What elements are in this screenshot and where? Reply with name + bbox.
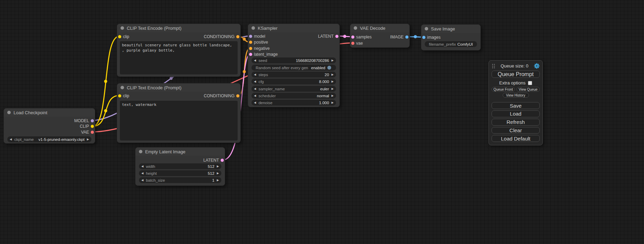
widget-label: filename_prefix bbox=[429, 42, 456, 46]
output-slot-image[interactable] bbox=[405, 36, 408, 39]
node-ksampler[interactable]: KSampler model LATENT positive negative … bbox=[248, 24, 340, 107]
widget-value: 512 bbox=[208, 171, 214, 175]
extra-options-checkbox[interactable] bbox=[528, 81, 532, 85]
collapse-dot-icon[interactable] bbox=[121, 86, 124, 89]
output-slot-clip[interactable] bbox=[91, 125, 94, 128]
widget-label: sampler_name bbox=[258, 87, 285, 91]
view-history-button[interactable]: View History bbox=[503, 93, 529, 98]
collapse-dot-icon[interactable] bbox=[252, 26, 255, 30]
collapse-dot-icon[interactable] bbox=[7, 111, 11, 114]
prompt-textarea[interactable]: beautiful scenery nature glass bottle la… bbox=[120, 41, 238, 74]
decrement-arrow-icon[interactable] bbox=[252, 88, 258, 90]
node-titlebar[interactable]: Save Image bbox=[421, 25, 480, 33]
increment-arrow-icon[interactable] bbox=[329, 73, 336, 76]
input-label-images: images bbox=[427, 35, 441, 40]
node-clip-text-encode-positive[interactable]: CLIP Text Encode (Prompt) clip CONDITION… bbox=[117, 24, 241, 77]
widget-value: 156680208700286 bbox=[296, 58, 329, 63]
decrement-arrow-icon[interactable] bbox=[252, 73, 258, 76]
node-clip-text-encode-negative[interactable]: CLIP Text Encode (Prompt) clip CONDITION… bbox=[117, 83, 241, 143]
queue-front-button[interactable]: Queue Front bbox=[492, 87, 515, 92]
decrement-arrow-icon[interactable] bbox=[139, 172, 146, 175]
wire-midpoint-dot bbox=[343, 35, 346, 38]
widget-seed[interactable]: seed 156680208700286 bbox=[252, 57, 336, 63]
output-slot-conditioning[interactable] bbox=[236, 35, 239, 38]
widget-denoise[interactable]: denoise 1.000 bbox=[252, 100, 336, 106]
increment-arrow-icon[interactable] bbox=[329, 88, 336, 90]
output-slot-model[interactable] bbox=[91, 119, 94, 123]
drag-handle-icon[interactable] bbox=[492, 63, 495, 69]
increment-arrow-icon[interactable] bbox=[329, 101, 336, 104]
clear-button[interactable]: Clear bbox=[492, 127, 540, 134]
input-label-vae: vae bbox=[356, 41, 363, 46]
input-slot-positive[interactable] bbox=[249, 41, 252, 44]
widget-ckpt-name[interactable]: ckpt_name v1-5-pruned-emaonly.ckpt bbox=[7, 136, 91, 142]
prompt-textarea[interactable]: text, watermark bbox=[120, 101, 238, 141]
widget-width[interactable]: width 512 bbox=[139, 163, 221, 169]
decrement-arrow-icon[interactable] bbox=[252, 94, 258, 97]
widget-random-seed[interactable]: Random seed after every gen enabled bbox=[252, 65, 336, 71]
decrement-arrow-icon[interactable] bbox=[139, 165, 146, 168]
output-slot-latent[interactable] bbox=[335, 35, 338, 38]
widget-label: scheduler bbox=[258, 94, 276, 98]
slot-row-latent-image: latent_image bbox=[248, 52, 339, 57]
collapse-dot-icon[interactable] bbox=[121, 26, 124, 30]
widget-label: Random seed after every gen bbox=[256, 66, 308, 70]
menu-header: Queue size: 0 bbox=[492, 63, 540, 69]
node-titlebar[interactable]: VAE Decode bbox=[350, 24, 409, 32]
widget-value: 8.000 bbox=[319, 80, 329, 84]
collapse-dot-icon[interactable] bbox=[425, 27, 428, 30]
input-slot-clip[interactable] bbox=[118, 35, 121, 38]
node-save-image[interactable]: Save Image images filename_prefix ComfyU… bbox=[421, 24, 481, 51]
widget-batch-size[interactable]: batch_size 1 bbox=[139, 177, 221, 183]
output-slot-vae[interactable] bbox=[91, 131, 94, 134]
decrement-arrow-icon[interactable] bbox=[252, 59, 258, 62]
input-slot-model[interactable] bbox=[249, 35, 252, 38]
increment-arrow-icon[interactable] bbox=[329, 94, 336, 97]
increment-arrow-icon[interactable] bbox=[85, 138, 91, 141]
increment-arrow-icon[interactable] bbox=[214, 179, 221, 182]
queue-prompt-button[interactable]: Queue Prompt bbox=[492, 71, 540, 78]
increment-arrow-icon[interactable] bbox=[329, 80, 336, 83]
settings-gear-icon[interactable] bbox=[534, 63, 540, 69]
decrement-arrow-icon[interactable] bbox=[7, 138, 14, 141]
decrement-arrow-icon[interactable] bbox=[139, 179, 146, 182]
node-titlebar[interactable]: CLIP Text Encode (Prompt) bbox=[117, 83, 240, 92]
view-queue-button[interactable]: View Queue bbox=[517, 87, 540, 92]
node-vae-decode[interactable]: VAE Decode samples IMAGE vae bbox=[350, 24, 410, 48]
widget-scheduler[interactable]: scheduler normal bbox=[252, 93, 336, 99]
input-slot-vae[interactable] bbox=[351, 42, 354, 45]
input-slot-samples[interactable] bbox=[351, 36, 354, 39]
collapse-dot-icon[interactable] bbox=[354, 26, 357, 30]
widget-height[interactable]: height 512 bbox=[139, 170, 221, 176]
load-button[interactable]: Load bbox=[492, 110, 540, 117]
widget-filename-prefix[interactable]: filename_prefix ComfyUI bbox=[425, 41, 477, 47]
node-empty-latent-image[interactable]: Empty Latent Image LATENT width 512 heig… bbox=[135, 147, 225, 186]
widget-steps[interactable]: steps 20 bbox=[252, 72, 336, 78]
node-titlebar[interactable]: CLIP Text Encode (Prompt) bbox=[117, 24, 240, 32]
output-slot-latent[interactable] bbox=[221, 159, 224, 162]
widget-sampler-name[interactable]: sampler_name euler bbox=[252, 86, 336, 92]
increment-arrow-icon[interactable] bbox=[214, 165, 221, 168]
decrement-arrow-icon[interactable] bbox=[252, 80, 258, 83]
input-slot-negative[interactable] bbox=[249, 47, 252, 50]
input-slot-latent-image[interactable] bbox=[249, 53, 252, 56]
queue-menu-panel: Queue size: 0 Queue Prompt Extra options… bbox=[488, 60, 543, 145]
node-titlebar[interactable]: Load Checkpoint bbox=[4, 108, 95, 117]
node-load-checkpoint[interactable]: Load Checkpoint MODEL CLIP VAE ckpt_name… bbox=[3, 108, 95, 144]
node-titlebar[interactable]: KSampler bbox=[248, 24, 339, 32]
queue-buttons-row: Queue Front View Queue bbox=[492, 87, 540, 92]
toggle-dot-icon[interactable] bbox=[327, 66, 331, 70]
output-slot-conditioning[interactable] bbox=[236, 94, 239, 98]
increment-arrow-icon[interactable] bbox=[329, 59, 336, 62]
save-button[interactable]: Save bbox=[492, 102, 540, 109]
input-slot-images[interactable] bbox=[422, 36, 425, 39]
increment-arrow-icon[interactable] bbox=[214, 172, 221, 175]
refresh-button[interactable]: Refresh bbox=[492, 119, 540, 126]
collapse-dot-icon[interactable] bbox=[139, 150, 142, 153]
node-titlebar[interactable]: Empty Latent Image bbox=[135, 147, 225, 156]
input-slot-clip[interactable] bbox=[118, 94, 121, 98]
decrement-arrow-icon[interactable] bbox=[252, 101, 258, 104]
output-row-model: MODEL bbox=[4, 118, 95, 124]
widget-cfg[interactable]: cfg 8.000 bbox=[252, 79, 336, 84]
load-default-button[interactable]: Load Default bbox=[492, 135, 540, 142]
